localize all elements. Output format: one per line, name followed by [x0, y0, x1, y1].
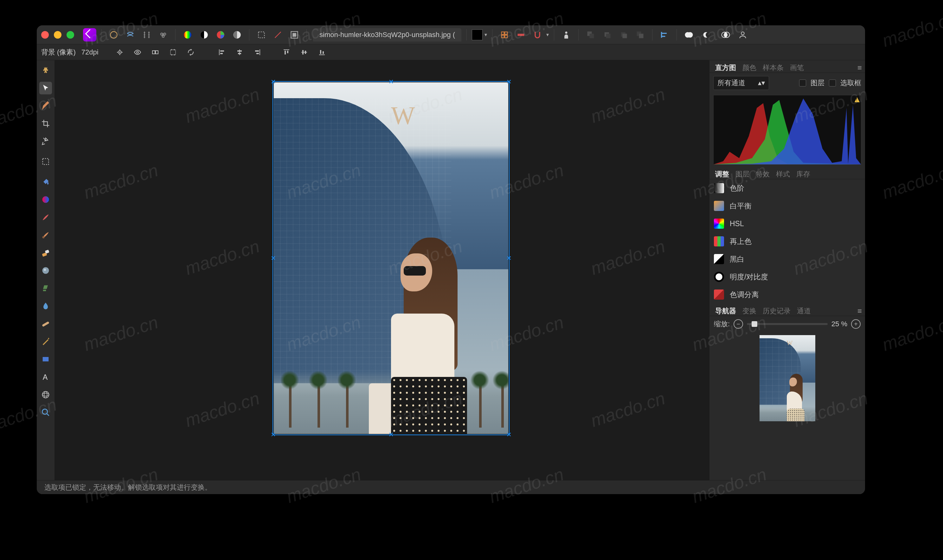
zoom-out-button[interactable]: − [733, 319, 743, 329]
adjustment-posterise[interactable]: 色调分离 [709, 286, 865, 303]
pixel-tool-icon[interactable] [39, 229, 52, 242]
tab-stock[interactable]: 库存 [794, 168, 813, 180]
channel-select[interactable]: 所有通道▴▾ [713, 76, 769, 90]
flood-fill-tool-icon[interactable] [39, 175, 52, 188]
tab-transform[interactable]: 变换 [740, 305, 759, 317]
auto-contrast-icon[interactable] [197, 28, 211, 42]
show-alignment-icon[interactable] [167, 46, 179, 58]
resize-handle-w[interactable]: ✕ [271, 255, 276, 261]
force-pixel-align-icon[interactable] [514, 28, 528, 42]
selection-brush-tool-icon[interactable] [39, 100, 52, 112]
snapping-icon[interactable] [498, 28, 512, 42]
crop-tool-icon[interactable] [39, 117, 52, 130]
minimize-window-button[interactable] [54, 31, 62, 38]
smudge-tool-icon[interactable] [39, 264, 52, 277]
adjustment-recolour[interactable]: 再上色 [709, 232, 865, 250]
auto-white-balance-icon[interactable] [230, 28, 244, 42]
align-center-h-icon[interactable] [234, 46, 246, 58]
flood-select-tool-icon[interactable] [39, 135, 52, 148]
fullscreen-window-button[interactable] [66, 31, 74, 38]
tab-history[interactable]: 历史记录 [760, 305, 793, 317]
healing-brush-tool-icon[interactable] [39, 317, 52, 330]
fill-colour-swatch[interactable] [472, 29, 482, 40]
subtract-icon[interactable] [700, 28, 714, 42]
align-left-icon[interactable] [216, 46, 228, 58]
rectangle-tool-icon[interactable] [39, 353, 52, 366]
auto-levels-icon[interactable] [180, 28, 194, 42]
auto-colours-icon[interactable] [214, 28, 228, 42]
zoom-in-button[interactable]: + [851, 319, 861, 329]
zoom-slider[interactable] [747, 323, 827, 325]
chevron-down-icon[interactable]: ▾ [484, 32, 487, 38]
snapping-magnet-icon[interactable] [530, 28, 544, 42]
erase-brush-tool-icon[interactable] [39, 246, 52, 259]
tab-swatches[interactable]: 样本条 [760, 62, 786, 74]
panel-menu-icon[interactable]: ≡ [857, 63, 862, 72]
zoom-tool-icon[interactable] [39, 406, 52, 419]
marquee-checkbox[interactable] [829, 80, 836, 86]
select-all-icon[interactable] [254, 28, 268, 42]
tab-brushes[interactable]: 画笔 [787, 62, 806, 74]
align-bottom-icon[interactable] [316, 46, 328, 58]
view-tool-icon[interactable] [39, 64, 52, 77]
resize-handle-s[interactable]: ✕ [388, 432, 394, 437]
tab-channels[interactable]: 通道 [794, 305, 814, 317]
canvas[interactable]: W ✕ ✕ ✕ [54, 60, 709, 480]
tab-styles[interactable]: 样式 [774, 168, 792, 180]
selection-bounding-box[interactable]: ✕ ✕ ✕ ✕ ✕ ✕ ✕ ✕ [273, 81, 510, 435]
panel-menu-icon[interactable]: ≡ [857, 307, 862, 315]
lock-children-icon[interactable] [114, 46, 126, 58]
adjustment-white-balance[interactable]: 白平衡 [709, 197, 865, 215]
marquee-tool-icon[interactable] [39, 155, 52, 168]
layer-checkbox[interactable] [799, 80, 806, 86]
align-center-v-icon[interactable] [298, 46, 310, 58]
photo-persona-button[interactable] [107, 28, 121, 42]
document-tab[interactable]: simon-humler-kko3hSqW2p0-unsplash.jpg ( [313, 28, 461, 42]
tab-adjustments[interactable]: 调整 [713, 168, 732, 180]
svg-rect-41 [153, 51, 155, 54]
account-icon[interactable] [736, 28, 750, 42]
tab-navigator[interactable]: 导航器 [713, 305, 739, 317]
adjustment-brightness-contrast[interactable]: 明度/对比度 [709, 268, 865, 286]
adjustment-hsl[interactable]: HSL [709, 215, 865, 232]
blur-tool-icon[interactable] [39, 300, 52, 312]
hide-selection-icon[interactable] [131, 46, 143, 58]
deselect-icon[interactable] [271, 28, 285, 42]
navigator-preview[interactable]: W [760, 335, 815, 421]
transform-origin-icon[interactable] [185, 46, 197, 58]
resize-handle-n[interactable]: ✕ [388, 79, 394, 84]
add-icon[interactable] [682, 28, 696, 42]
paint-brush-tool-icon[interactable] [39, 211, 52, 224]
move-tool-icon[interactable] [39, 82, 52, 94]
liquify-persona-button[interactable] [123, 28, 137, 42]
assistant-icon[interactable] [559, 28, 573, 42]
adjustment-levels[interactable]: 色阶 [709, 179, 865, 197]
resize-handle-se[interactable]: ✕ [506, 432, 512, 437]
tab-histogram[interactable]: 直方图 [713, 62, 739, 74]
tab-colour[interactable]: 颜色 [740, 62, 759, 74]
zoom-slider-thumb[interactable] [752, 321, 757, 327]
pen-tool-icon[interactable] [39, 335, 52, 348]
clone-tool-icon[interactable] [39, 282, 52, 295]
resize-handle-sw[interactable]: ✕ [271, 432, 276, 437]
adjustment-black-white[interactable]: 黑白 [709, 250, 865, 268]
tab-layers[interactable]: 图层 [733, 168, 752, 180]
close-window-button[interactable] [41, 31, 49, 38]
alignment-icon[interactable] [658, 28, 672, 42]
text-tool-icon[interactable]: A [39, 371, 52, 383]
gradient-tool-icon[interactable] [39, 193, 52, 206]
boolean-group [682, 28, 733, 42]
tone-map-persona-button[interactable] [156, 28, 170, 42]
chevron-down-icon[interactable]: ▾ [546, 32, 549, 38]
mesh-warp-tool-icon[interactable] [39, 388, 52, 401]
resize-handle-nw[interactable]: ✕ [271, 79, 276, 84]
align-top-icon[interactable] [280, 46, 293, 58]
resize-handle-ne[interactable]: ✕ [506, 79, 512, 84]
resize-handle-e[interactable]: ✕ [506, 255, 512, 261]
cycle-select-icon[interactable] [149, 46, 161, 58]
intersect-icon[interactable] [719, 28, 733, 42]
tab-effects[interactable]: 特效 [753, 168, 772, 180]
align-right-icon[interactable] [251, 46, 263, 58]
develop-persona-button[interactable] [140, 28, 154, 42]
invert-selection-icon[interactable] [287, 28, 301, 42]
